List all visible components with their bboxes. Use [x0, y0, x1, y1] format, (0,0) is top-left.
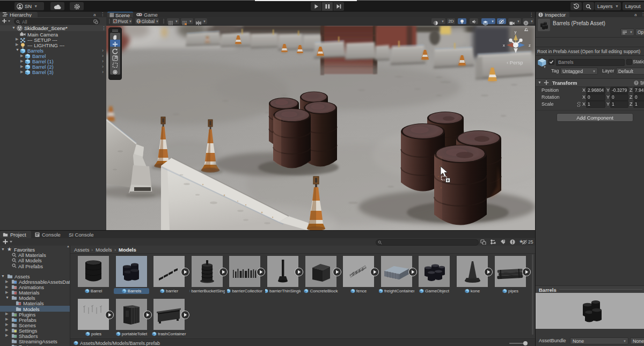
- svg-text:x: x: [503, 43, 505, 48]
- svg-text:?: ?: [635, 80, 638, 84]
- svg-text:z: z: [529, 43, 531, 48]
- svg-text:‹ Persp: ‹ Persp: [507, 60, 523, 65]
- svg-text:y: y: [515, 30, 517, 34]
